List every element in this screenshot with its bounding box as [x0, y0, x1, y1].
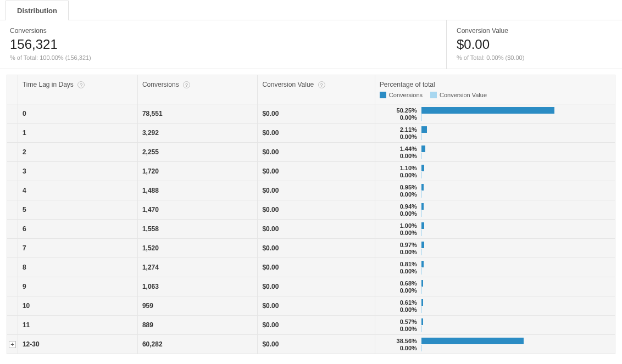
- col-conversion-value-label: Conversion Value: [262, 81, 314, 88]
- cell-time-lag: 11: [18, 316, 137, 335]
- cell-conversion-value: $0.00: [258, 181, 375, 200]
- cell-conversions: 1,470: [137, 200, 257, 220]
- bar-conversion-value: [421, 114, 422, 121]
- help-icon[interactable]: ?: [183, 81, 190, 88]
- cell-conversion-value: $0.00: [258, 296, 375, 316]
- expand-cell[interactable]: +: [7, 335, 18, 354]
- bar-conversions: [421, 299, 423, 306]
- bar-conversion-value: [421, 268, 422, 275]
- table-row: 41,488$0.000.95%0.00%: [7, 181, 615, 200]
- pct-conversion-value-label: 0.00%: [380, 306, 417, 313]
- cell-percentage: 0.81%0.00%: [375, 258, 615, 277]
- cell-percentage: 50.25%0.00%: [375, 104, 615, 124]
- cell-time-lag: 6: [18, 220, 137, 239]
- expand-cell: [7, 104, 18, 124]
- tab-distribution[interactable]: Distribution: [5, 1, 69, 20]
- col-conversion-value-header[interactable]: Conversion Value ?: [258, 75, 375, 104]
- summary-conversions-label: Conversions: [10, 27, 436, 35]
- bar-conversion-value: [421, 306, 422, 313]
- bar-conversions: [421, 261, 424, 267]
- bar-conversion-value: [421, 133, 422, 140]
- expand-cell: [7, 239, 18, 258]
- pct-conversions-label: 0.95%: [380, 184, 417, 191]
- pct-conversions-label: 50.25%: [380, 107, 417, 114]
- bar-conversion-value: [421, 172, 422, 178]
- expand-cell: [7, 296, 18, 316]
- expand-cell: [7, 316, 18, 335]
- summary-conversion-value-value: $0.00: [457, 37, 612, 52]
- cell-time-lag: 5: [18, 200, 137, 220]
- help-icon[interactable]: ?: [77, 81, 85, 88]
- col-conversions-header[interactable]: Conversions ?: [137, 75, 257, 104]
- expand-cell: [7, 124, 18, 143]
- expand-cell: [7, 143, 18, 162]
- bar-conversion-value: [421, 287, 422, 294]
- table-row: 91,063$0.000.68%0.00%: [7, 277, 615, 296]
- cell-time-lag: 10: [18, 296, 137, 316]
- pct-conversion-value-label: 0.00%: [380, 287, 417, 294]
- cell-conversion-value: $0.00: [258, 258, 375, 277]
- pct-conversion-value-label: 0.00%: [380, 210, 417, 217]
- expand-cell: [7, 277, 18, 296]
- cell-time-lag: 8: [18, 258, 137, 277]
- bar-conversion-value: [421, 345, 422, 351]
- help-icon[interactable]: ?: [318, 81, 325, 88]
- cell-conversion-value: $0.00: [258, 220, 375, 239]
- cell-conversions: 1,558: [137, 220, 257, 239]
- pct-conversion-value-label: 0.00%: [380, 114, 417, 121]
- pct-conversion-value-label: 0.00%: [380, 229, 417, 236]
- cell-conversion-value: $0.00: [258, 277, 375, 296]
- cell-time-lag: 0: [18, 104, 137, 124]
- tabs: Distribution: [0, 0, 622, 20]
- cell-conversions: 60,282: [137, 335, 257, 354]
- pct-conversion-value-label: 0.00%: [380, 153, 417, 159]
- bar-conversions: [421, 203, 424, 210]
- pct-conversions-label: 0.68%: [380, 280, 417, 287]
- cell-conversion-value: $0.00: [258, 335, 375, 354]
- cell-time-lag: 3: [18, 162, 137, 181]
- pct-conversions-label: 1.00%: [380, 222, 417, 229]
- bar-conversion-value: [421, 191, 422, 198]
- cell-percentage: 0.97%0.00%: [375, 239, 615, 258]
- legend-swatch-conversion-value: [430, 92, 437, 98]
- cell-percentage: 0.57%0.00%: [375, 316, 615, 335]
- summary-conversions-value: 156,321: [10, 37, 436, 52]
- pct-conversion-value-label: 0.00%: [380, 268, 417, 275]
- table-row: 10959$0.000.61%0.00%: [7, 296, 615, 316]
- bar-conversions: [421, 165, 424, 171]
- col-time-lag-header[interactable]: Time Lag in Days ?: [18, 75, 137, 104]
- bar-conversions: [421, 126, 427, 133]
- pct-conversion-value-label: 0.00%: [380, 345, 417, 351]
- table-row: 11889$0.000.57%0.00%: [7, 316, 615, 335]
- pct-conversions-label: 1.10%: [380, 165, 417, 171]
- legend-conversion-value-label: Conversion Value: [440, 92, 487, 98]
- pct-conversions-label: 0.81%: [380, 261, 417, 267]
- cell-time-lag: 1: [18, 124, 137, 143]
- cell-conversions: 959: [137, 296, 257, 316]
- bar-conversions: [421, 242, 424, 248]
- cell-conversions: 1,520: [137, 239, 257, 258]
- cell-conversions: 1,274: [137, 258, 257, 277]
- pct-conversions-label: 0.57%: [380, 318, 417, 325]
- cell-percentage: 38.56%0.00%: [375, 335, 615, 354]
- col-percentage-header: Percentage of total Conversions Conversi…: [375, 75, 615, 104]
- cell-time-lag: 12-30: [18, 335, 137, 354]
- cell-time-lag: 2: [18, 143, 137, 162]
- cell-time-lag: 9: [18, 277, 137, 296]
- expand-cell: [7, 258, 18, 277]
- cell-conversions: 78,551: [137, 104, 257, 124]
- pct-conversion-value-label: 0.00%: [380, 133, 417, 140]
- cell-percentage: 1.00%0.00%: [375, 220, 615, 239]
- bar-conversions: [421, 280, 423, 287]
- table-row: 81,274$0.000.81%0.00%: [7, 258, 615, 277]
- bar-conversion-value: [421, 153, 422, 159]
- pct-conversions-label: 1.44%: [380, 145, 417, 152]
- cell-percentage: 0.94%0.00%: [375, 200, 615, 220]
- expand-icon[interactable]: +: [9, 341, 16, 348]
- col-expand-header: [7, 75, 18, 104]
- cell-conversion-value: $0.00: [258, 104, 375, 124]
- cell-conversions: 1,488: [137, 181, 257, 200]
- cell-percentage: 2.11%0.00%: [375, 124, 615, 143]
- expand-cell: [7, 162, 18, 181]
- expand-cell: [7, 181, 18, 200]
